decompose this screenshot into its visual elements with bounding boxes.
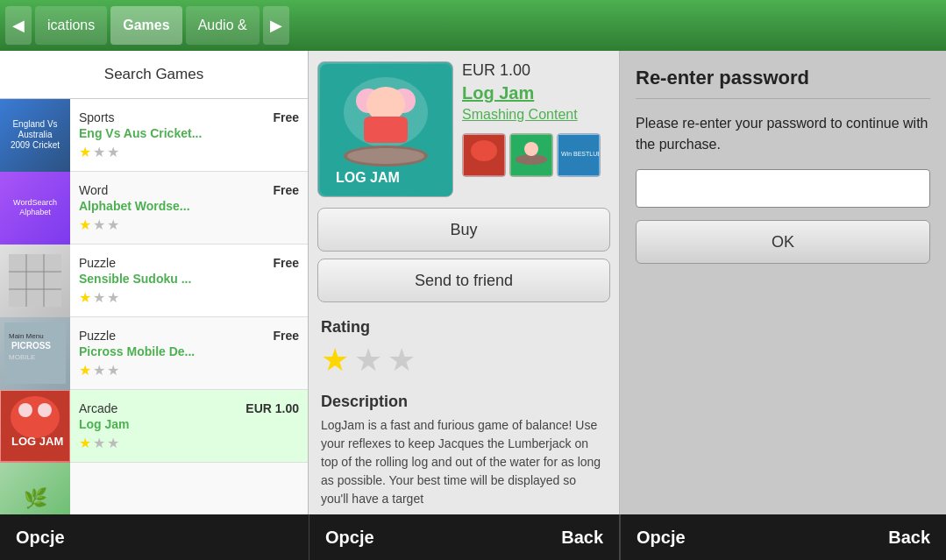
list-item[interactable]: LOG JAM Arcade EUR 1.00 Log Jam ★ ★ ★	[0, 390, 308, 463]
right-panel: Re-enter password Please re-enter your p…	[620, 51, 946, 514]
screenshot-2[interactable]	[509, 133, 553, 177]
svg-point-11	[18, 403, 32, 417]
bottom-back-right[interactable]: Back	[888, 528, 930, 548]
middle-panel: LOG JAM EUR 1.00 Log Jam Smashing Conten…	[309, 51, 620, 514]
bottom-opcje-left[interactable]: Opcje	[16, 528, 65, 548]
category-price-row: Arcade EUR 1.00	[79, 401, 299, 415]
thumb-picross-img: Main Menu PICROSS MOBILE	[0, 317, 70, 390]
game-thumbnail: WordSearchAlphabet	[0, 172, 70, 245]
star-2: ★	[93, 216, 105, 233]
game-list: England Vs Australia2009 Cricket Sports …	[0, 99, 308, 514]
game-detail-header: LOG JAM EUR 1.00 Log Jam Smashing Conten…	[309, 51, 619, 208]
thumb-cricket-img: England Vs Australia2009 Cricket	[0, 99, 70, 172]
star-rating: ★ ★ ★	[79, 435, 299, 451]
bottom-back-middle[interactable]: Back	[561, 528, 603, 548]
game-info: Word Free Alphabet Wordse... ★ ★ ★	[70, 176, 308, 240]
bottom-opcje-right[interactable]: Opcje	[637, 528, 686, 548]
password-input[interactable]	[636, 169, 930, 208]
game-category: Puzzle	[79, 256, 116, 270]
svg-text:MOBILE: MOBILE	[9, 353, 35, 361]
game-name: Picross Mobile De...	[79, 344, 299, 358]
svg-point-10	[11, 396, 60, 438]
svg-point-21	[347, 148, 424, 164]
svg-text:Win BESTLUE: Win BESTLUE	[561, 151, 599, 157]
category-price-row: Puzzle Free	[79, 329, 299, 343]
list-item[interactable]: WordSearchAlphabet Word Free Alphabet Wo…	[0, 172, 308, 245]
game-info: Arcade EUR 1.00 Log Jam ★ ★ ★	[70, 394, 308, 458]
bottom-middle-section: Opcje Back	[309, 514, 620, 560]
list-item[interactable]: Puzzle Free Sensible Sudoku ... ★ ★ ★	[0, 245, 308, 317]
game-info	[70, 492, 308, 506]
screenshot-1[interactable]	[462, 133, 506, 177]
tab-ications[interactable]: ications	[35, 6, 107, 45]
rating-star-1[interactable]: ★	[321, 342, 349, 379]
game-category: Puzzle	[79, 329, 116, 343]
top-nav-bar: ◀ ications Games Audio & ▶	[0, 0, 946, 51]
category-price-row: Word Free	[79, 183, 299, 197]
star-2: ★	[93, 289, 105, 306]
screenshot-3[interactable]: Win BESTLUE	[557, 133, 601, 177]
game-category: Word	[79, 183, 108, 197]
bottom-opcje-middle[interactable]: Opcje	[325, 528, 374, 548]
ok-button[interactable]: OK	[636, 220, 930, 264]
list-item[interactable]: Main Menu PICROSS MOBILE Puzzle Free Pic…	[0, 317, 308, 390]
thumb-logjam-img: LOG JAM	[0, 390, 70, 463]
star-1: ★	[79, 289, 91, 306]
game-name: Log Jam	[79, 417, 299, 431]
rating-stars: ★ ★ ★	[321, 342, 607, 379]
game-meta: EUR 1.00 Log Jam Smashing Content	[462, 61, 601, 197]
rating-star-3[interactable]: ★	[388, 342, 416, 379]
thumb-sudoku-img	[0, 245, 70, 317]
description-title: Description	[321, 393, 607, 411]
send-to-friend-button[interactable]: Send to friend	[317, 259, 610, 302]
list-item[interactable]: England Vs Australia2009 Cricket Sports …	[0, 99, 308, 172]
rating-label: Rating	[321, 318, 607, 337]
category-price-row: Puzzle Free	[79, 256, 299, 270]
star-3: ★	[107, 362, 119, 379]
rating-star-2[interactable]: ★	[354, 342, 382, 379]
game-price-main: EUR 1.00	[462, 61, 601, 80]
thumb-bottom-img: 🌿	[0, 463, 70, 515]
list-item[interactable]: 🌿	[0, 463, 308, 514]
search-bar[interactable]: Search Games	[0, 51, 308, 99]
game-price: Free	[273, 110, 299, 124]
star-1: ★	[79, 216, 91, 233]
game-title-main[interactable]: Log Jam	[462, 83, 601, 103]
svg-point-24	[471, 140, 497, 161]
svg-rect-19	[364, 117, 408, 143]
game-info: Sports Free Eng Vs Aus Cricket... ★ ★ ★	[70, 103, 308, 167]
tab-games[interactable]: Games	[110, 6, 181, 45]
game-subtitle[interactable]: Smashing Content	[462, 107, 601, 123]
game-thumbnail: Main Menu PICROSS MOBILE	[0, 317, 70, 390]
game-name: Eng Vs Aus Cricket...	[79, 126, 299, 140]
star-3: ★	[107, 144, 119, 160]
left-panel: Search Games England Vs Australia2009 Cr…	[0, 51, 309, 514]
tab-audio[interactable]: Audio &	[186, 6, 260, 45]
description-section: Description LogJam is a fast and furious…	[309, 386, 619, 514]
rating-section: Rating ★ ★ ★	[309, 311, 619, 386]
action-buttons: Buy Send to friend	[309, 208, 619, 311]
game-price: Free	[273, 329, 299, 343]
svg-point-12	[38, 403, 52, 417]
svg-text:PICROSS: PICROSS	[11, 341, 51, 351]
star-3: ★	[107, 435, 119, 451]
star-2: ★	[93, 144, 105, 160]
bottom-left-section: Opcje	[0, 514, 309, 560]
game-info: Puzzle Free Sensible Sudoku ... ★ ★ ★	[70, 249, 308, 313]
star-3: ★	[107, 289, 119, 306]
svg-text:Main Menu: Main Menu	[9, 332, 44, 340]
thumb-word-img: WordSearchAlphabet	[0, 172, 70, 245]
game-price: Free	[273, 183, 299, 197]
svg-point-27	[524, 142, 538, 156]
game-main-image: LOG JAM	[317, 61, 453, 197]
star-rating: ★ ★ ★	[79, 362, 299, 379]
nav-left-arrow[interactable]: ◀	[5, 6, 32, 45]
buy-button[interactable]: Buy	[317, 208, 610, 252]
star-2: ★	[93, 435, 105, 451]
reenter-password-title: Re-enter password	[636, 67, 930, 99]
star-1: ★	[79, 435, 91, 451]
game-thumbnail: LOG JAM	[0, 390, 70, 463]
category-price-row: Sports Free	[79, 110, 299, 124]
nav-right-arrow[interactable]: ▶	[263, 6, 289, 45]
reenter-prompt-text: Please re-enter your password to continu…	[636, 113, 930, 155]
